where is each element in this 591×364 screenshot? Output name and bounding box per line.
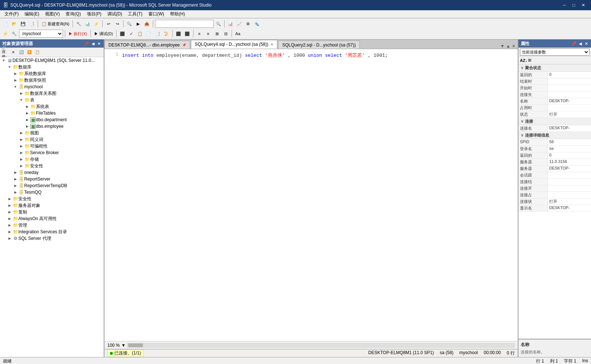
tb22[interactable]: 🔧 — [10, 30, 18, 38]
tree-toggle-programmability[interactable]: ▶ — [18, 144, 24, 148]
tree-item-security[interactable]: ▶📁安全性 — [0, 163, 104, 169]
maximize-button[interactable]: □ — [569, 1, 579, 9]
tool4[interactable]: 🔍 — [125, 20, 133, 28]
tree-item-server[interactable]: ▼🖥DESKTOP-ELMQ8M1 (SQL Server 11.0... — [0, 57, 104, 64]
tree-toggle-sys-tables[interactable]: ▶ — [24, 105, 30, 108]
tb212[interactable]: ≡ — [204, 30, 212, 38]
menu-project[interactable]: 项目(P) — [84, 10, 104, 18]
tool3[interactable]: ⚡ — [92, 20, 100, 28]
tb210[interactable]: ⬛ — [183, 30, 191, 38]
tb23[interactable]: ⬛ — [118, 30, 126, 38]
tree-item-system-dbs[interactable]: ▶📁系统数据库 — [0, 70, 104, 77]
tree-toggle-db-diagram[interactable]: ▶ — [18, 92, 24, 95]
tree-item-views[interactable]: ▶📁视图 — [0, 130, 104, 136]
tree-item-db-diagram[interactable]: ▶📁数据库关系图 — [0, 90, 104, 97]
tb25[interactable]: 📋 — [136, 30, 144, 38]
tree-toggle-management[interactable]: ▶ — [7, 223, 12, 227]
tree-toggle-db-snapshots[interactable]: ▶ — [12, 78, 18, 82]
save-btn[interactable]: 💾 — [19, 20, 27, 28]
tree-item-server-objects[interactable]: ▶📁服务器对象 — [0, 202, 104, 209]
tree-toggle-replication[interactable]: ▶ — [7, 210, 12, 214]
sql-editor[interactable]: 1 insert into employee(ename, department… — [104, 49, 518, 341]
prop-pin-icon[interactable]: 📌 — [570, 41, 577, 46]
tree-toggle-views[interactable]: ▶ — [18, 131, 24, 135]
tree-item-dbo-dept[interactable]: ▶▦dbo.department — [0, 116, 104, 123]
tree-item-db-snapshots[interactable]: ▶📁数据库快照 — [0, 77, 104, 83]
menu-edit[interactable]: 编辑(E) — [22, 10, 42, 18]
filter-btn[interactable]: 🔽 — [26, 49, 33, 56]
menu-debug[interactable]: 调试(D) — [104, 10, 125, 18]
tree-toggle-server[interactable]: ▼ — [1, 59, 7, 62]
tb211[interactable]: ≡ — [195, 30, 203, 38]
tree-item-databases[interactable]: ▼📁数据库 — [0, 64, 104, 70]
menu-tools[interactable]: 工具(T) — [125, 10, 145, 18]
close-button[interactable]: ✕ — [579, 1, 588, 9]
database-dropdown[interactable]: myschool — [19, 30, 63, 38]
tab-dropdown-btn[interactable]: ▼ — [500, 44, 505, 49]
tree-item-filetables[interactable]: ▶📁FileTables — [0, 110, 104, 116]
tree-toggle-reportservertempdb[interactable]: ▶ — [12, 184, 18, 187]
new-query-btn2[interactable]: 📋 新建查询(N) — [40, 20, 71, 28]
menu-query[interactable]: 查询(Q) — [63, 10, 84, 18]
tree-toggle-reportserver[interactable]: ▶ — [12, 177, 18, 181]
tb29[interactable]: ⬛ — [174, 30, 182, 38]
tree-item-integration[interactable]: ▶📁Integration Services 目录 — [0, 229, 104, 235]
search-btn[interactable]: 🔍 — [214, 20, 222, 28]
menu-window[interactable]: 窗口(W) — [145, 10, 167, 18]
save-all-btn[interactable]: 📑 — [28, 20, 36, 28]
tree-item-sys-tables[interactable]: ▶📁系统表 — [0, 103, 104, 110]
panel-close-icon[interactable]: ✕ — [96, 41, 101, 46]
tree-toggle-integration[interactable]: ▶ — [7, 230, 12, 234]
tb213[interactable]: ⊞ — [213, 30, 221, 38]
extra4[interactable]: 🔩 — [253, 20, 261, 28]
tb28[interactable]: 📜 — [162, 30, 170, 38]
zoom-down-btn[interactable]: ▼ — [121, 343, 126, 348]
tree-item-storage[interactable]: ▶📁存储 — [0, 156, 104, 163]
window-controls[interactable]: – □ ✕ — [559, 1, 588, 9]
tree-toggle-system-dbs[interactable]: ▶ — [12, 72, 18, 75]
tree-toggle-synonyms[interactable]: ▶ — [18, 138, 24, 141]
extra2[interactable]: 📈 — [235, 20, 243, 28]
tab-1[interactable]: SQLQuery4.sql - D...yschool (sa (58)) ✕ — [191, 40, 278, 49]
horizontal-scrollbar[interactable] — [127, 343, 515, 348]
tree-item-programmability[interactable]: ▶📁可编程性 — [0, 143, 104, 149]
tree-item-synonyms[interactable]: ▶📁同义词 — [0, 136, 104, 143]
tree-item-security2[interactable]: ▶📁安全性 — [0, 196, 104, 202]
tb21[interactable]: ⚡ — [1, 30, 10, 38]
refresh-btn[interactable]: 🔄 — [18, 49, 25, 56]
prop-alpha-sort[interactable]: AZ↓ — [520, 58, 527, 63]
tree-item-reportservertempdb[interactable]: ▶🗄ReportServerTempDB — [0, 182, 104, 189]
tab-2[interactable]: SQLQuery2.sql - D...yschool (sa (57)) — [278, 41, 360, 49]
tree-toggle-alwayson[interactable]: ▶ — [7, 217, 12, 220]
undo-btn[interactable]: ↩ — [104, 20, 112, 28]
tab-1-close[interactable]: ✕ — [270, 42, 273, 47]
summary-btn[interactable]: 📋 — [34, 49, 41, 56]
tree-item-reportserver[interactable]: ▶🗄ReportServer — [0, 176, 104, 182]
search-input[interactable] — [155, 20, 214, 28]
tool5[interactable]: ▶ — [134, 20, 142, 28]
tree-toggle-server-objects[interactable]: ▶ — [7, 204, 12, 207]
tree-toggle-sql-agent[interactable]: ▶ — [7, 237, 12, 240]
tree-toggle-tables[interactable]: ▼ — [18, 98, 24, 102]
minimize-button[interactable]: – — [559, 1, 569, 9]
tree-toggle-dbo-dept[interactable]: ▶ — [24, 118, 30, 122]
tool2[interactable]: 📊 — [84, 20, 92, 28]
tree-item-management[interactable]: ▶📁管理 — [0, 222, 104, 229]
panel-arrow-icon[interactable]: ◀ — [91, 41, 96, 46]
disconnect-btn[interactable]: ✕ — [10, 49, 17, 56]
tree-item-service-broker[interactable]: ▶📁Service Broker — [0, 149, 104, 156]
tree-toggle-storage[interactable]: ▶ — [18, 157, 24, 161]
execute-btn[interactable]: ▶ 执行(X) — [67, 30, 89, 38]
tree-item-sql-agent[interactable]: ▶⚙SQL Server 代理 — [0, 235, 104, 242]
tree-item-myschool[interactable]: ▼🗄myschool — [0, 83, 104, 90]
tree-item-tesmqq[interactable]: ▶🗄TesmQQ — [0, 189, 104, 196]
tree-item-dbo-emp[interactable]: ▶▦dbo.employee — [0, 123, 104, 130]
menu-help[interactable]: 帮助(H) — [167, 10, 188, 18]
prop-close-icon[interactable]: ✕ — [584, 41, 589, 46]
open-btn[interactable]: 📂 — [10, 20, 18, 28]
tree-toggle-tesmqq[interactable]: ▶ — [12, 190, 18, 194]
debug-btn[interactable]: ▶ 调试(D) — [93, 30, 114, 38]
extra1[interactable]: 📊 — [226, 20, 234, 28]
tab-scroll-right[interactable]: ▲ — [506, 44, 510, 49]
tab-0[interactable]: DESKTOP-ELMQ8...- dbo.employee 📌 — [104, 41, 190, 49]
